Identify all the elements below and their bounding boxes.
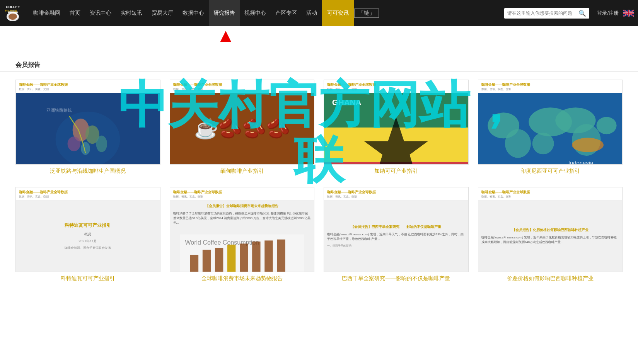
nav-item-home[interactable]: 首页 [65, 0, 85, 26]
report-card-5-content: 科特迪瓦可可产业指引 概况 2021年11月 咖啡金融网、黑台子智库联合发布 [16, 217, 160, 255]
report-card-8-title[interactable]: 价差价格如何影响巴西咖啡种植产业 [478, 275, 623, 282]
nav-item-cocoa[interactable]: 可可资讯 [322, 0, 354, 26]
report-card-6-preview: 咖啡消费了了全球咖啡消费市场的发展趋势，截数据显示咖啡市场2021 整体消费量 … [173, 211, 311, 225]
report-card-4[interactable]: 咖啡金融——咖啡产业全球数据 数据、资讯、实盘、交割 [478, 80, 623, 175]
report-grid-row2: 咖啡金融——咖啡产业全球数据 数据、资讯、实盘、交割 科特迪瓦可可产业指引 概况… [15, 187, 623, 282]
report-card-3-cocoa: GHANA [324, 93, 468, 165]
svg-text:World Coffee Consumption: World Coffee Consumption [185, 239, 259, 246]
report-card-2-coffee: ☕🫘🫘🫘 [170, 93, 314, 164]
report-card-8-thumb: 咖啡金融——咖啡产业全球数据 数据、资讯、实盘、交割 【会员报告】化肥价格如何影… [478, 187, 623, 272]
report-card-2-body: ☕🫘🫘🫘 [170, 93, 314, 164]
auth-button[interactable]: 登录/注册 [594, 10, 622, 17]
report-card-6-chart-area: World Coffee Consumption 109.9 [173, 229, 311, 272]
report-card-7-preview: 咖啡金融(www.cFi nance.com) 发现，近期干旱天气，不但 让巴西… [327, 232, 465, 242]
svg-text:亚洲铁路路线: 亚洲铁路路线 [46, 108, 72, 112]
svg-point-11 [68, 136, 80, 151]
nav-item-news[interactable]: 实时短讯 [116, 0, 147, 26]
report-card-2-thumb: 咖啡金融——咖啡产业全球数据 数据、资讯、实盘、交割 ☕🫘🫘🫘 [170, 80, 315, 165]
report-card-5-header: 咖啡金融——咖啡产业全球数据 数据、资讯、实盘、交割 [16, 187, 160, 201]
nav-item-research[interactable]: 研究报告 [209, 0, 240, 26]
report-card-6-body: 【会员报告】全球咖啡消费市场未来趋势物报告 咖啡消费了了全球咖啡消费市场的发展趋… [170, 201, 314, 272]
nav-item-trade[interactable]: 贸易大厅 [147, 0, 178, 26]
report-card-1-thumb: 咖啡金融——咖啡产业全球数据 数据、资讯、实盘、交割 [15, 80, 160, 165]
page-title-bar: 会员报告 [0, 57, 638, 72]
svg-rect-35 [240, 243, 248, 272]
svg-point-21 [505, 129, 531, 158]
report-card-4-thumb: 咖啡金融——咖啡产业全球数据 数据、资讯、实盘、交割 [478, 80, 623, 165]
report-card-3-header-sub: 数据、资讯、实盘、交割 [327, 87, 465, 91]
report-card-2-title[interactable]: 缅甸咖啡产业指引 [170, 168, 315, 175]
report-card-3-title[interactable]: 加纳可可产业指引 [324, 168, 469, 175]
nav-item-chain[interactable]: 「链」 [354, 9, 379, 18]
nav-item-region[interactable]: 产区专区 [271, 0, 302, 26]
report-card-7-title[interactable]: 巴西干旱全案研究——影响的不仅是咖啡产量 [324, 275, 469, 282]
report-card-8[interactable]: 咖啡金融——咖啡产业全球数据 数据、资讯、实盘、交割 【会员报告】化肥价格如何影… [478, 187, 623, 282]
report-card-5-inner-sub: 概况 [20, 231, 155, 237]
report-card-3[interactable]: 咖啡金融——咖啡产业全球数据 数据、资讯、实盘、交割 GHANA [324, 80, 469, 175]
svg-point-27 [572, 138, 604, 152]
svg-rect-31 [190, 255, 198, 272]
report-card-2-header-title: 咖啡金融——咖啡产业全球数据 [173, 82, 311, 87]
main-nav: COFFEE FINANCE 咖啡金融网 首页 资讯中心 实时短讯 贸易大厅 数… [0, 0, 638, 26]
svg-rect-38 [277, 239, 285, 272]
report-card-6-header-title: 咖啡金融——咖啡产业全球数据 [173, 190, 311, 195]
report-grid-row1: 咖啡金融——咖啡产业全球数据 数据、资讯、实盘、交割 [15, 80, 623, 175]
report-card-7-section: 一、巴西干旱的影响 [327, 244, 465, 248]
search-icon[interactable]: 🔍 [578, 10, 586, 17]
report-card-6[interactable]: 咖啡金融——咖啡产业全球数据 数据、资讯、实盘、交割 【会员报告】全球咖啡消费市… [170, 187, 315, 282]
page-title: 会员报告 [15, 61, 623, 69]
report-card-4-world: Indonesia [478, 93, 623, 165]
search-box[interactable]: 🔍 [504, 8, 589, 19]
report-card-5-header-title: 咖啡金融——咖啡产业全球数据 [19, 190, 157, 195]
report-card-7[interactable]: 咖啡金融——咖啡产业全球数据 数据、资讯、实盘、交割 【会员报告】巴西干旱全案研… [324, 187, 469, 282]
svg-text:Indonesia: Indonesia [568, 160, 593, 165]
report-card-6-title[interactable]: 全球咖啡消费市场未来趋势物报告 [170, 275, 315, 282]
language-flag[interactable] [623, 10, 634, 17]
nav-item-activity[interactable]: 活动 [302, 0, 322, 26]
report-card-1-body: 亚洲铁路路线 [16, 93, 160, 165]
report-card-4-body: Indonesia [478, 93, 623, 165]
svg-text:COFFEE: COFFEE [6, 5, 20, 9]
report-card-4-title[interactable]: 印度尼西亚可可产业指引 [478, 168, 623, 175]
svg-text:FINANCE: FINANCE [5, 9, 17, 12]
report-card-3-body: GHANA [324, 93, 468, 165]
red-arrow-indicator: ▲ [217, 26, 235, 45]
report-card-1-title[interactable]: 泛亚铁路与沿线咖啡生产国概况 [15, 168, 160, 175]
svg-point-26 [596, 117, 616, 134]
report-card-1-map: 亚洲铁路路线 [16, 93, 160, 165]
report-card-4-header-sub: 数据、资讯、实盘、交割 [481, 87, 619, 91]
report-card-6-inner-title: 【会员报告】全球咖啡消费市场未来趋势物报告 [173, 204, 311, 209]
report-card-5-header-sub: 数据、资讯、实盘、交割 [19, 195, 157, 199]
report-card-5[interactable]: 咖啡金融——咖啡产业全球数据 数据、资讯、实盘、交割 科特迪瓦可可产业指引 概况… [15, 187, 160, 282]
report-card-4-header-title: 咖啡金融——咖啡产业全球数据 [481, 82, 619, 87]
report-card-2[interactable]: 咖啡金融——咖啡产业全球数据 数据、资讯、实盘、交割 ☕🫘🫘🫘 缅甸咖啡产业指引 [170, 80, 315, 175]
report-card-6-header-sub: 数据、资讯、实盘、交割 [173, 195, 311, 199]
report-card-5-date: 2021年11月 [20, 238, 155, 244]
report-card-1-header-title: 咖啡金融——咖啡产业全球数据 [19, 82, 157, 87]
logo[interactable]: COFFEE FINANCE [4, 3, 23, 24]
report-card-3-header-title: 咖啡金融——咖啡产业全球数据 [327, 82, 465, 87]
report-card-7-body: 【会员报告】巴西干旱全案研究——影响的不仅是咖啡产量 咖啡金融(www.cFi … [324, 201, 468, 272]
report-card-7-inner-title: 【会员报告】巴西干旱全案研究——影响的不仅是咖啡产量 [327, 225, 465, 230]
report-card-3-header: 咖啡金融——咖啡产业全球数据 数据、资讯、实盘、交割 [324, 80, 468, 93]
nav-item-coffee-finance[interactable]: 咖啡金融网 [29, 0, 65, 26]
report-card-6-header: 咖啡金融——咖啡产业全球数据 数据、资讯、实盘、交割 [170, 187, 314, 201]
report-card-5-title[interactable]: 科特迪瓦可可产业指引 [15, 275, 160, 282]
svg-point-23 [532, 133, 554, 154]
svg-rect-32 [203, 250, 211, 272]
report-card-7-header-title: 咖啡金融——咖啡产业全球数据 [327, 190, 465, 195]
report-card-8-header-sub: 数据、资讯、实盘、交割 [481, 195, 619, 199]
report-card-1[interactable]: 咖啡金融——咖啡产业全球数据 数据、资讯、实盘、交割 [15, 80, 160, 175]
nav-item-video[interactable]: 视频中心 [240, 0, 271, 26]
report-card-8-preview: 咖啡金融(www.cFi nance.com) 发现，近年来由于化肥价格出现较大… [481, 235, 619, 245]
nav-item-info[interactable]: 资讯中心 [85, 0, 116, 26]
report-card-8-header-title: 咖啡金融——咖啡产业全球数据 [481, 190, 619, 195]
svg-rect-36 [252, 242, 260, 272]
report-card-1-header-sub: 数据、资讯、实盘、交割 [19, 87, 157, 91]
report-card-5-thumb: 咖啡金融——咖啡产业全球数据 数据、资讯、实盘、交割 科特迪瓦可可产业指引 概况… [15, 187, 160, 272]
svg-text:GHANA: GHANA [332, 98, 362, 107]
report-card-8-inner-title: 【会员报告】化肥价格如何影响巴西咖啡种植产业 [481, 228, 619, 233]
nav-item-data[interactable]: 数据中心 [178, 0, 209, 26]
arrow-wrapper: ▲ [0, 26, 638, 57]
search-input[interactable] [507, 10, 578, 16]
